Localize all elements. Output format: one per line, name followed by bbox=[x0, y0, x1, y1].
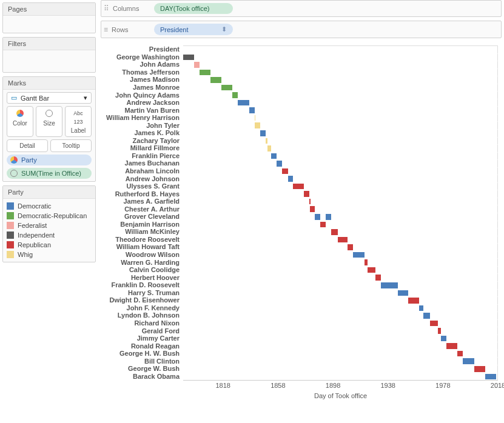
legend-item[interactable]: Whig bbox=[7, 250, 92, 259]
legend-item[interactable]: Democratic-Republican bbox=[7, 211, 92, 221]
columns-pill[interactable]: DAY(Took office) bbox=[154, 3, 233, 14]
gantt-bar[interactable] bbox=[315, 214, 320, 220]
row-label: William McKinley bbox=[104, 228, 183, 235]
row-track bbox=[183, 76, 498, 84]
legend-swatch bbox=[7, 212, 14, 219]
row-label: Zachary Taylor bbox=[104, 137, 183, 144]
gantt-bar[interactable] bbox=[310, 206, 315, 212]
rows-icon: ≡ bbox=[104, 25, 108, 34]
gantt-bar[interactable] bbox=[288, 176, 293, 182]
gantt-bar[interactable] bbox=[365, 259, 368, 265]
gantt-bar[interactable] bbox=[441, 336, 446, 342]
rows-shelf[interactable]: ≡Rows President⬍ bbox=[101, 21, 502, 38]
row-label: William Howard Taft bbox=[104, 243, 183, 250]
row-label: Martin Van Buren bbox=[104, 107, 183, 114]
detail-button[interactable]: Detail bbox=[7, 139, 48, 152]
color-label: Color bbox=[13, 120, 27, 127]
gantt-bar[interactable] bbox=[183, 55, 194, 61]
gantt-bar[interactable] bbox=[375, 275, 381, 281]
gantt-bar[interactable] bbox=[266, 138, 267, 144]
gantt-row: Ronald Reagan bbox=[104, 342, 498, 350]
gantt-bar[interactable] bbox=[446, 343, 457, 349]
marks-type-label: Gantt Bar bbox=[21, 95, 49, 102]
legend-item[interactable]: Republican bbox=[7, 240, 92, 250]
gantt-bar[interactable] bbox=[200, 70, 210, 76]
gantt-bar[interactable] bbox=[338, 237, 348, 243]
gantt-bar[interactable] bbox=[293, 184, 304, 190]
gantt-bar[interactable] bbox=[430, 321, 438, 327]
gantt-bar[interactable] bbox=[238, 100, 249, 106]
filters-title: Filters bbox=[3, 38, 95, 50]
gantt-bar[interactable] bbox=[438, 328, 441, 334]
gantt-bar[interactable] bbox=[381, 282, 398, 288]
gantt-bar[interactable] bbox=[304, 191, 309, 197]
gantt-bar[interactable] bbox=[419, 305, 423, 311]
row-track bbox=[183, 258, 498, 266]
legend-label: Democratic-Republican bbox=[18, 212, 87, 219]
gantt-bar[interactable] bbox=[331, 229, 338, 235]
gantt-bar[interactable] bbox=[326, 214, 331, 220]
legend-item[interactable]: Independent bbox=[7, 230, 92, 240]
gantt-bar[interactable] bbox=[368, 267, 375, 273]
rows-pill[interactable]: President⬍ bbox=[154, 24, 233, 35]
gantt-row: John Tyler bbox=[104, 121, 498, 129]
marks-pill-sum[interactable]: SUM(Time in Office) bbox=[7, 168, 92, 179]
legend-swatch bbox=[7, 241, 14, 248]
gantt-bar[interactable] bbox=[249, 107, 255, 113]
row-label: Gerald Ford bbox=[104, 327, 183, 335]
label-button[interactable]: Abc123Label bbox=[65, 106, 92, 137]
gantt-bar[interactable] bbox=[423, 313, 431, 319]
gantt-bar[interactable] bbox=[260, 130, 266, 136]
gantt-row: William Henry Harrison bbox=[104, 114, 498, 122]
gantt-bar[interactable] bbox=[398, 290, 408, 296]
gantt-bar[interactable] bbox=[348, 244, 353, 250]
marks-type-select[interactable]: ▭ Gantt Bar ▾ bbox=[7, 92, 92, 104]
color-button[interactable]: Color bbox=[7, 106, 33, 137]
gantt-bar[interactable] bbox=[271, 153, 277, 159]
gantt-bar[interactable] bbox=[232, 92, 238, 98]
gantt-bar[interactable] bbox=[408, 298, 419, 304]
pages-body[interactable] bbox=[3, 16, 95, 33]
legend-item[interactable]: Democratic bbox=[7, 201, 92, 211]
gantt-row: Andrew Jackson bbox=[104, 99, 498, 107]
gantt-row: Woodrow Wilson bbox=[104, 251, 498, 259]
gantt-bar[interactable] bbox=[474, 366, 485, 372]
gantt-bar[interactable] bbox=[194, 62, 200, 68]
columns-shelf[interactable]: ⠿Columns DAY(Took office) bbox=[101, 0, 502, 17]
gantt-bar[interactable] bbox=[320, 222, 326, 228]
gantt-bar[interactable] bbox=[457, 351, 463, 357]
row-track bbox=[183, 213, 498, 221]
gantt-bar[interactable] bbox=[485, 374, 496, 380]
gantt-bar[interactable] bbox=[221, 85, 232, 91]
row-label: Barack Obama bbox=[104, 373, 183, 380]
filters-panel: Filters bbox=[2, 37, 96, 73]
row-track bbox=[183, 106, 498, 114]
size-button[interactable]: Size bbox=[36, 106, 62, 137]
gantt-bar[interactable] bbox=[210, 77, 221, 83]
gantt-bar[interactable] bbox=[353, 252, 364, 258]
gantt-bar[interactable] bbox=[309, 199, 311, 205]
gantt-bar[interactable] bbox=[277, 161, 282, 167]
gantt-bar[interactable] bbox=[282, 168, 288, 175]
gantt-row: George Washington bbox=[104, 53, 498, 61]
gantt-row: Richard Nixon bbox=[104, 319, 498, 327]
size-icon bbox=[38, 109, 61, 119]
legend-swatch bbox=[7, 231, 14, 239]
row-label: John Adams bbox=[104, 61, 183, 68]
row-label: Warren G. Harding bbox=[104, 259, 183, 266]
x-axis-title: Day of Took office bbox=[183, 391, 498, 403]
marks-pill-party[interactable]: Party bbox=[7, 155, 92, 165]
filters-body[interactable] bbox=[3, 50, 95, 72]
gantt-bar[interactable] bbox=[267, 145, 271, 152]
gantt-bar[interactable] bbox=[255, 122, 260, 128]
columns-label: Columns bbox=[113, 5, 139, 12]
row-track bbox=[183, 137, 498, 145]
gantt-bar[interactable] bbox=[463, 358, 474, 364]
gantt-row: Dwight D. Eisenhower bbox=[104, 296, 498, 304]
tooltip-button[interactable]: Tooltip bbox=[50, 139, 92, 152]
row-track bbox=[183, 144, 498, 152]
color-icon bbox=[8, 109, 32, 119]
gantt-bar[interactable] bbox=[255, 115, 256, 121]
legend-item[interactable]: Federalist bbox=[7, 221, 92, 230]
row-label: Andrew Jackson bbox=[104, 99, 183, 106]
